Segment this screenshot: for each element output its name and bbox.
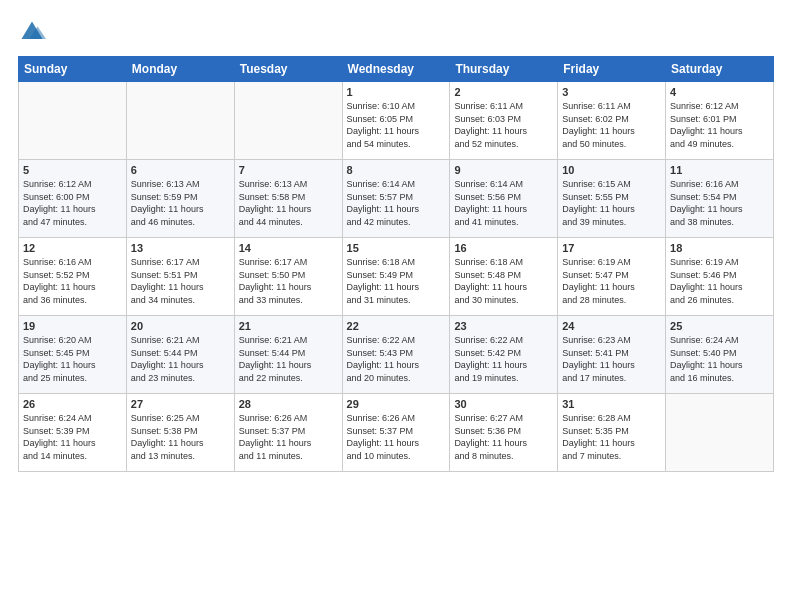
calendar-day-cell: 31Sunrise: 6:28 AM Sunset: 5:35 PM Dayli… bbox=[558, 394, 666, 472]
calendar-day-cell: 29Sunrise: 6:26 AM Sunset: 5:37 PM Dayli… bbox=[342, 394, 450, 472]
calendar-day-cell: 3Sunrise: 6:11 AM Sunset: 6:02 PM Daylig… bbox=[558, 82, 666, 160]
calendar-day-cell: 24Sunrise: 6:23 AM Sunset: 5:41 PM Dayli… bbox=[558, 316, 666, 394]
day-number: 11 bbox=[670, 164, 769, 176]
calendar-day-cell: 26Sunrise: 6:24 AM Sunset: 5:39 PM Dayli… bbox=[19, 394, 127, 472]
calendar-day-cell bbox=[19, 82, 127, 160]
calendar-weekday-header: Friday bbox=[558, 57, 666, 82]
calendar-day-cell: 27Sunrise: 6:25 AM Sunset: 5:38 PM Dayli… bbox=[126, 394, 234, 472]
logo bbox=[18, 18, 50, 46]
calendar-day-cell: 15Sunrise: 6:18 AM Sunset: 5:49 PM Dayli… bbox=[342, 238, 450, 316]
day-number: 5 bbox=[23, 164, 122, 176]
day-number: 23 bbox=[454, 320, 553, 332]
day-info: Sunrise: 6:16 AM Sunset: 5:54 PM Dayligh… bbox=[670, 178, 769, 228]
calendar-day-cell: 17Sunrise: 6:19 AM Sunset: 5:47 PM Dayli… bbox=[558, 238, 666, 316]
day-number: 14 bbox=[239, 242, 338, 254]
day-info: Sunrise: 6:17 AM Sunset: 5:51 PM Dayligh… bbox=[131, 256, 230, 306]
calendar-day-cell: 2Sunrise: 6:11 AM Sunset: 6:03 PM Daylig… bbox=[450, 82, 558, 160]
day-info: Sunrise: 6:20 AM Sunset: 5:45 PM Dayligh… bbox=[23, 334, 122, 384]
calendar-day-cell: 9Sunrise: 6:14 AM Sunset: 5:56 PM Daylig… bbox=[450, 160, 558, 238]
day-number: 26 bbox=[23, 398, 122, 410]
calendar-day-cell: 23Sunrise: 6:22 AM Sunset: 5:42 PM Dayli… bbox=[450, 316, 558, 394]
day-number: 31 bbox=[562, 398, 661, 410]
calendar-header-row: SundayMondayTuesdayWednesdayThursdayFrid… bbox=[19, 57, 774, 82]
day-info: Sunrise: 6:26 AM Sunset: 5:37 PM Dayligh… bbox=[239, 412, 338, 462]
calendar-day-cell: 19Sunrise: 6:20 AM Sunset: 5:45 PM Dayli… bbox=[19, 316, 127, 394]
calendar-weekday-header: Monday bbox=[126, 57, 234, 82]
day-info: Sunrise: 6:21 AM Sunset: 5:44 PM Dayligh… bbox=[239, 334, 338, 384]
calendar-weekday-header: Wednesday bbox=[342, 57, 450, 82]
calendar-day-cell: 6Sunrise: 6:13 AM Sunset: 5:59 PM Daylig… bbox=[126, 160, 234, 238]
calendar-day-cell: 28Sunrise: 6:26 AM Sunset: 5:37 PM Dayli… bbox=[234, 394, 342, 472]
calendar-day-cell: 7Sunrise: 6:13 AM Sunset: 5:58 PM Daylig… bbox=[234, 160, 342, 238]
calendar-weekday-header: Thursday bbox=[450, 57, 558, 82]
day-info: Sunrise: 6:25 AM Sunset: 5:38 PM Dayligh… bbox=[131, 412, 230, 462]
day-number: 25 bbox=[670, 320, 769, 332]
day-number: 17 bbox=[562, 242, 661, 254]
calendar-day-cell: 12Sunrise: 6:16 AM Sunset: 5:52 PM Dayli… bbox=[19, 238, 127, 316]
day-info: Sunrise: 6:19 AM Sunset: 5:46 PM Dayligh… bbox=[670, 256, 769, 306]
day-info: Sunrise: 6:24 AM Sunset: 5:40 PM Dayligh… bbox=[670, 334, 769, 384]
calendar-day-cell bbox=[666, 394, 774, 472]
day-number: 1 bbox=[347, 86, 446, 98]
day-info: Sunrise: 6:22 AM Sunset: 5:42 PM Dayligh… bbox=[454, 334, 553, 384]
calendar-weekday-header: Sunday bbox=[19, 57, 127, 82]
day-info: Sunrise: 6:21 AM Sunset: 5:44 PM Dayligh… bbox=[131, 334, 230, 384]
day-number: 18 bbox=[670, 242, 769, 254]
day-number: 4 bbox=[670, 86, 769, 98]
day-number: 24 bbox=[562, 320, 661, 332]
logo-icon bbox=[18, 18, 46, 46]
calendar-day-cell: 21Sunrise: 6:21 AM Sunset: 5:44 PM Dayli… bbox=[234, 316, 342, 394]
day-info: Sunrise: 6:28 AM Sunset: 5:35 PM Dayligh… bbox=[562, 412, 661, 462]
day-info: Sunrise: 6:23 AM Sunset: 5:41 PM Dayligh… bbox=[562, 334, 661, 384]
day-info: Sunrise: 6:13 AM Sunset: 5:59 PM Dayligh… bbox=[131, 178, 230, 228]
calendar-day-cell: 5Sunrise: 6:12 AM Sunset: 6:00 PM Daylig… bbox=[19, 160, 127, 238]
day-number: 8 bbox=[347, 164, 446, 176]
calendar-week-row: 1Sunrise: 6:10 AM Sunset: 6:05 PM Daylig… bbox=[19, 82, 774, 160]
day-info: Sunrise: 6:24 AM Sunset: 5:39 PM Dayligh… bbox=[23, 412, 122, 462]
day-info: Sunrise: 6:16 AM Sunset: 5:52 PM Dayligh… bbox=[23, 256, 122, 306]
day-number: 7 bbox=[239, 164, 338, 176]
day-number: 19 bbox=[23, 320, 122, 332]
calendar-day-cell: 25Sunrise: 6:24 AM Sunset: 5:40 PM Dayli… bbox=[666, 316, 774, 394]
day-number: 29 bbox=[347, 398, 446, 410]
day-info: Sunrise: 6:26 AM Sunset: 5:37 PM Dayligh… bbox=[347, 412, 446, 462]
day-number: 21 bbox=[239, 320, 338, 332]
calendar-week-row: 5Sunrise: 6:12 AM Sunset: 6:00 PM Daylig… bbox=[19, 160, 774, 238]
day-number: 28 bbox=[239, 398, 338, 410]
day-info: Sunrise: 6:18 AM Sunset: 5:49 PM Dayligh… bbox=[347, 256, 446, 306]
day-number: 12 bbox=[23, 242, 122, 254]
day-number: 20 bbox=[131, 320, 230, 332]
day-number: 9 bbox=[454, 164, 553, 176]
day-info: Sunrise: 6:18 AM Sunset: 5:48 PM Dayligh… bbox=[454, 256, 553, 306]
day-info: Sunrise: 6:12 AM Sunset: 6:01 PM Dayligh… bbox=[670, 100, 769, 150]
calendar-day-cell: 1Sunrise: 6:10 AM Sunset: 6:05 PM Daylig… bbox=[342, 82, 450, 160]
day-number: 13 bbox=[131, 242, 230, 254]
calendar-day-cell: 22Sunrise: 6:22 AM Sunset: 5:43 PM Dayli… bbox=[342, 316, 450, 394]
calendar-day-cell: 14Sunrise: 6:17 AM Sunset: 5:50 PM Dayli… bbox=[234, 238, 342, 316]
day-number: 3 bbox=[562, 86, 661, 98]
day-info: Sunrise: 6:14 AM Sunset: 5:56 PM Dayligh… bbox=[454, 178, 553, 228]
day-number: 30 bbox=[454, 398, 553, 410]
day-number: 10 bbox=[562, 164, 661, 176]
day-info: Sunrise: 6:13 AM Sunset: 5:58 PM Dayligh… bbox=[239, 178, 338, 228]
calendar-day-cell: 30Sunrise: 6:27 AM Sunset: 5:36 PM Dayli… bbox=[450, 394, 558, 472]
day-number: 6 bbox=[131, 164, 230, 176]
day-number: 16 bbox=[454, 242, 553, 254]
calendar-day-cell bbox=[126, 82, 234, 160]
calendar-weekday-header: Saturday bbox=[666, 57, 774, 82]
day-number: 15 bbox=[347, 242, 446, 254]
day-info: Sunrise: 6:15 AM Sunset: 5:55 PM Dayligh… bbox=[562, 178, 661, 228]
day-info: Sunrise: 6:11 AM Sunset: 6:02 PM Dayligh… bbox=[562, 100, 661, 150]
day-number: 2 bbox=[454, 86, 553, 98]
day-info: Sunrise: 6:11 AM Sunset: 6:03 PM Dayligh… bbox=[454, 100, 553, 150]
day-info: Sunrise: 6:27 AM Sunset: 5:36 PM Dayligh… bbox=[454, 412, 553, 462]
day-info: Sunrise: 6:17 AM Sunset: 5:50 PM Dayligh… bbox=[239, 256, 338, 306]
calendar-day-cell: 8Sunrise: 6:14 AM Sunset: 5:57 PM Daylig… bbox=[342, 160, 450, 238]
calendar-week-row: 26Sunrise: 6:24 AM Sunset: 5:39 PM Dayli… bbox=[19, 394, 774, 472]
calendar-day-cell: 16Sunrise: 6:18 AM Sunset: 5:48 PM Dayli… bbox=[450, 238, 558, 316]
calendar-day-cell: 10Sunrise: 6:15 AM Sunset: 5:55 PM Dayli… bbox=[558, 160, 666, 238]
calendar-week-row: 12Sunrise: 6:16 AM Sunset: 5:52 PM Dayli… bbox=[19, 238, 774, 316]
day-number: 22 bbox=[347, 320, 446, 332]
day-info: Sunrise: 6:19 AM Sunset: 5:47 PM Dayligh… bbox=[562, 256, 661, 306]
calendar-day-cell: 18Sunrise: 6:19 AM Sunset: 5:46 PM Dayli… bbox=[666, 238, 774, 316]
